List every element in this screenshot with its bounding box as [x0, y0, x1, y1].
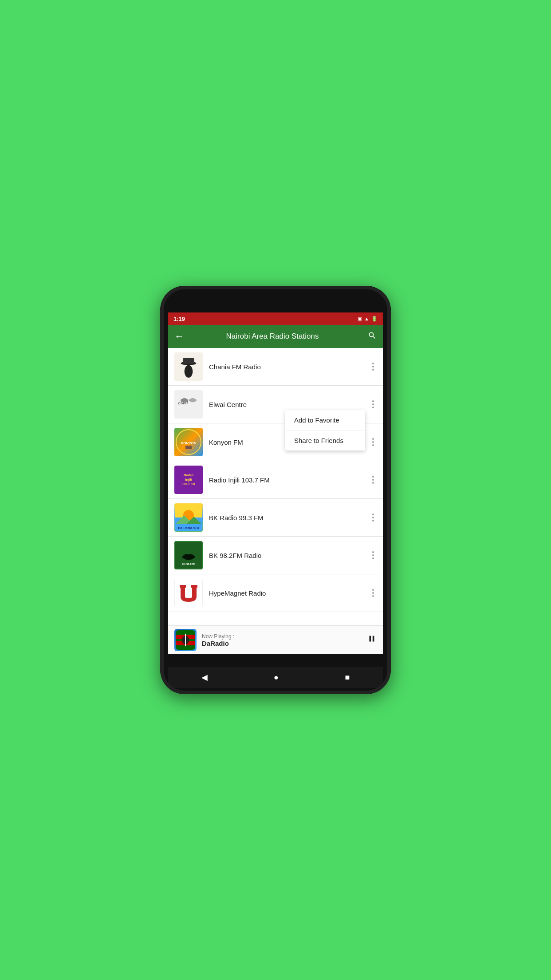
station-menu-button[interactable]	[370, 473, 377, 486]
station-logo	[174, 352, 203, 381]
app-bar-title: Nairobi Area Radio Stations	[190, 332, 354, 341]
menu-dot	[372, 520, 374, 522]
station-name: BK 98.2FM Radio	[209, 552, 370, 559]
station-logo: BK Radio 99.3	[174, 503, 203, 532]
svg-text:Radio: Radio	[184, 473, 193, 477]
search-button[interactable]	[368, 331, 377, 342]
menu-dot	[372, 476, 374, 478]
radio-item[interactable]: BK 98.2FM BK 98.2FM Radio	[168, 537, 383, 574]
svg-rect-22	[191, 585, 197, 588]
now-playing-station: DaRadio	[202, 640, 367, 647]
station-logo: KONYON	[174, 428, 203, 456]
station-logo: BK 98.2FM	[174, 541, 203, 569]
radio-item[interactable]: BK Radio 99.3 BK Radio 99.3 FM	[168, 499, 383, 537]
app-bar: ← Nairobi Area Radio Stations	[168, 325, 383, 348]
station-name: HypeMagnet Radio	[209, 589, 370, 597]
menu-dot	[372, 514, 374, 515]
station-menu-button[interactable]	[370, 586, 377, 600]
wifi-icon: 🔋	[371, 316, 378, 322]
svg-text:103.7 FM: 103.7 FM	[182, 482, 195, 486]
status-icons: ▣ ▲ 🔋	[358, 316, 378, 322]
menu-dot	[372, 444, 374, 446]
home-nav-button[interactable]: ●	[274, 673, 279, 682]
phone-frame: 1:19 ▣ ▲ 🔋 ← Nairobi Area Radio Stations	[160, 286, 391, 694]
station-name: Chania FM Radio	[209, 363, 370, 371]
now-playing-label: Now Playing :	[202, 633, 367, 640]
menu-dot	[372, 595, 374, 597]
share-to-friends-option[interactable]: Share to Friends	[285, 431, 365, 450]
station-menu-button[interactable]	[370, 398, 377, 411]
radio-item[interactable]: HypeMagnet Radio	[168, 574, 383, 612]
menu-dot	[372, 438, 374, 440]
back-button[interactable]: ←	[174, 332, 184, 341]
svg-point-2	[185, 365, 193, 377]
station-logo	[174, 579, 203, 607]
radio-item[interactable]: Chania FM Radio	[168, 348, 383, 386]
station-logo: Elwai	[174, 390, 203, 419]
status-bar: 1:19 ▣ ▲ 🔋	[168, 312, 383, 325]
svg-rect-7	[185, 446, 192, 449]
volume-button[interactable]	[390, 375, 391, 397]
station-menu-button[interactable]	[370, 360, 377, 373]
bottom-navigation: ◀ ● ■	[168, 667, 383, 688]
menu-dot	[372, 366, 374, 368]
station-menu-button[interactable]	[370, 511, 377, 524]
menu-dot	[372, 592, 374, 594]
menu-dot	[372, 551, 374, 553]
menu-dot	[372, 369, 374, 371]
menu-dot	[372, 589, 374, 591]
back-nav-button[interactable]: ◀	[201, 672, 208, 682]
battery-icon: ▣	[358, 316, 362, 322]
svg-rect-1	[183, 358, 194, 364]
now-playing-bar[interactable]: Now Playing : DaRadio	[168, 625, 383, 654]
status-time: 1:19	[173, 316, 185, 322]
now-playing-logo	[174, 629, 197, 651]
station-name: Elwai Centre	[209, 401, 370, 408]
station-name: BK Radio 99.3 FM	[209, 514, 370, 522]
menu-dot	[372, 400, 374, 402]
menu-dot	[372, 363, 374, 364]
station-menu-button[interactable]	[370, 549, 377, 562]
station-logo: Radio Injili 103.7 FM	[174, 466, 203, 494]
menu-dot	[372, 557, 374, 559]
screen: 1:19 ▣ ▲ 🔋 ← Nairobi Area Radio Stations	[168, 312, 383, 654]
menu-dot	[372, 482, 374, 484]
station-name: Radio Injili 103.7 FM	[209, 476, 370, 484]
now-playing-info: Now Playing : DaRadio	[202, 633, 367, 647]
svg-text:BK Radio 99.3: BK Radio 99.3	[178, 526, 199, 530]
svg-text:Injili: Injili	[185, 478, 192, 482]
menu-dot	[372, 403, 374, 405]
radio-item[interactable]: Radio Injili 103.7 FM Radio Injili 103.7…	[168, 461, 383, 499]
power-button[interactable]	[390, 406, 391, 428]
radio-item[interactable]: Elwai Elwai Centre Add to Favorite Share…	[168, 386, 383, 423]
menu-dot	[372, 407, 374, 408]
station-menu-button[interactable]	[370, 435, 377, 449]
svg-rect-20	[175, 580, 202, 606]
menu-dot	[372, 479, 374, 481]
menu-dot	[372, 517, 374, 518]
svg-rect-21	[180, 585, 186, 588]
svg-text:BK 98.2FM: BK 98.2FM	[182, 563, 196, 565]
context-menu-popup: Add to Favorite Share to Friends	[285, 410, 365, 450]
sim-icon: ▲	[364, 316, 369, 321]
recent-nav-button[interactable]: ■	[345, 673, 350, 682]
add-to-favorite-option[interactable]: Add to Favorite	[285, 410, 365, 431]
menu-dot	[372, 441, 374, 443]
menu-dot	[372, 554, 374, 556]
pause-button[interactable]	[367, 634, 377, 646]
radio-list: Chania FM Radio Elwai Elwai	[168, 348, 383, 625]
